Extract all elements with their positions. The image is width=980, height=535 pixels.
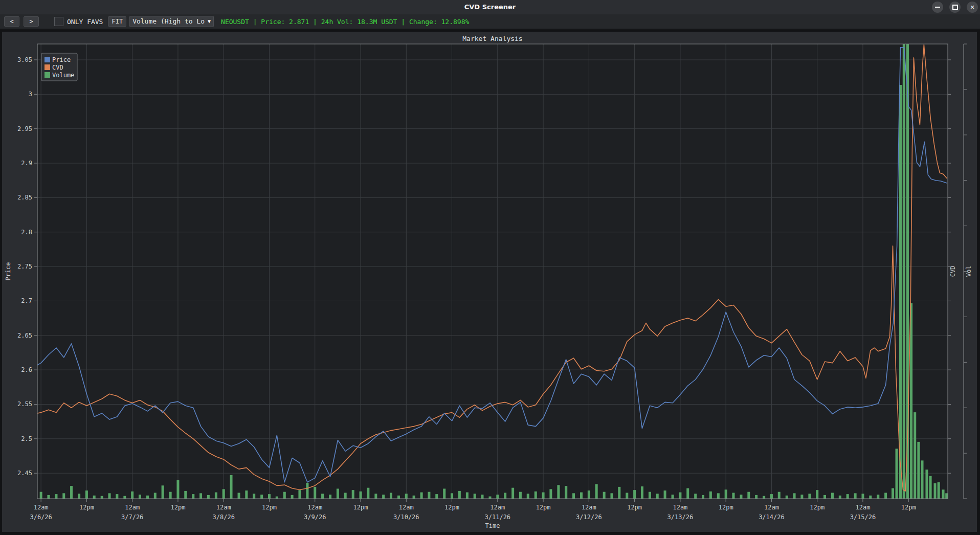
- svg-text:2.95: 2.95: [17, 125, 32, 132]
- svg-text:2.9: 2.9: [21, 160, 32, 167]
- svg-text:12am: 12am: [673, 504, 687, 511]
- sort-dropdown-value: Volume (High to Lo: [132, 17, 205, 26]
- svg-text:3/10/26: 3/10/26: [393, 514, 419, 521]
- svg-text:12pm: 12pm: [262, 504, 277, 511]
- svg-text:12am: 12am: [490, 504, 505, 511]
- svg-text:12am: 12am: [764, 504, 779, 511]
- svg-text:12pm: 12pm: [79, 504, 94, 511]
- svg-text:3/8/26: 3/8/26: [213, 514, 235, 521]
- close-icon: ✕: [970, 5, 974, 10]
- svg-text:3/11/26: 3/11/26: [485, 514, 511, 521]
- legend-swatch-volume: [44, 72, 50, 78]
- window-title: CVD Screener: [464, 0, 516, 14]
- svg-text:3/15/26: 3/15/26: [850, 514, 876, 521]
- svg-text:3/14/26: 3/14/26: [759, 514, 785, 521]
- ticker-info: NEOUSDT | Price: 2.871 | 24h Vol: 18.3M …: [221, 18, 469, 26]
- plot-area[interactable]: [37, 44, 948, 499]
- market-analysis-chart[interactable]: 2.452.52.552.62.652.72.752.82.852.92.953…: [0, 30, 980, 535]
- svg-text:2.65: 2.65: [17, 332, 32, 339]
- app-window: CVD Screener ✕ < > ONLY FAVS FIT Volume …: [0, 0, 980, 535]
- svg-text:12am: 12am: [856, 504, 871, 511]
- svg-text:2.7: 2.7: [21, 297, 32, 304]
- svg-text:12am: 12am: [125, 504, 140, 511]
- svg-text:3.05: 3.05: [17, 56, 32, 63]
- legend-swatch-price: [44, 57, 50, 62]
- svg-text:2.45: 2.45: [17, 470, 32, 477]
- legend-swatch-cvd: [44, 64, 50, 70]
- svg-text:12pm: 12pm: [810, 504, 825, 511]
- svg-text:12am: 12am: [216, 504, 231, 511]
- minimize-button[interactable]: [932, 2, 943, 13]
- maximize-button[interactable]: [949, 2, 961, 13]
- next-button[interactable]: >: [24, 16, 39, 27]
- fit-button[interactable]: FIT: [108, 16, 126, 27]
- toolbar: < > ONLY FAVS FIT Volume (High to Lo ▼ N…: [0, 14, 980, 30]
- window-controls: ✕: [932, 2, 978, 13]
- svg-text:12pm: 12pm: [627, 504, 642, 511]
- svg-text:3/12/26: 3/12/26: [576, 514, 602, 521]
- chart-title: Market Analysis: [462, 35, 522, 42]
- svg-text:3/9/26: 3/9/26: [304, 514, 326, 521]
- prev-button[interactable]: <: [4, 16, 19, 27]
- svg-text:2.8: 2.8: [21, 229, 32, 236]
- svg-text:2.55: 2.55: [17, 400, 32, 408]
- svg-text:3: 3: [29, 91, 32, 98]
- svg-text:12pm: 12pm: [536, 504, 551, 511]
- svg-text:2.6: 2.6: [21, 366, 32, 373]
- y-axis-label-vol: Vol: [965, 266, 972, 277]
- maximize-icon: [952, 5, 958, 10]
- svg-text:3/13/26: 3/13/26: [667, 514, 694, 521]
- svg-text:12am: 12am: [34, 504, 49, 511]
- chart-area[interactable]: 2.452.52.552.62.652.72.752.82.852.92.953…: [0, 30, 980, 535]
- chevron-down-icon: ▼: [208, 17, 211, 26]
- svg-text:12pm: 12pm: [901, 504, 916, 511]
- only-favs-label: ONLY FAVS: [67, 18, 103, 26]
- legend: PriceCVDVolume: [41, 53, 77, 81]
- svg-text:12am: 12am: [399, 504, 414, 511]
- legend-label-cvd: CVD: [52, 64, 63, 71]
- y-axis-label-cvd: CVD: [949, 266, 956, 277]
- x-axis-label: Time: [485, 522, 500, 529]
- sort-dropdown[interactable]: Volume (High to Lo ▼: [129, 16, 214, 27]
- y-axis-label-price: Price: [5, 262, 12, 280]
- legend-label-price: Price: [52, 56, 71, 63]
- svg-text:2.5: 2.5: [21, 435, 32, 442]
- svg-text:2.75: 2.75: [17, 263, 32, 270]
- svg-text:3/7/26: 3/7/26: [121, 514, 143, 521]
- svg-text:12pm: 12pm: [719, 504, 733, 511]
- svg-text:12am: 12am: [307, 504, 322, 511]
- legend-label-volume: Volume: [52, 72, 74, 79]
- svg-text:3/6/26: 3/6/26: [30, 514, 52, 521]
- svg-text:12pm: 12pm: [444, 504, 459, 511]
- svg-text:2.85: 2.85: [17, 194, 32, 201]
- svg-text:12am: 12am: [582, 504, 596, 511]
- only-favs-checkbox[interactable]: [54, 17, 63, 26]
- title-bar: CVD Screener ✕: [0, 0, 980, 14]
- minimize-icon: [935, 7, 940, 8]
- svg-text:12pm: 12pm: [170, 504, 185, 511]
- svg-text:12pm: 12pm: [353, 504, 368, 511]
- close-button[interactable]: ✕: [967, 2, 978, 13]
